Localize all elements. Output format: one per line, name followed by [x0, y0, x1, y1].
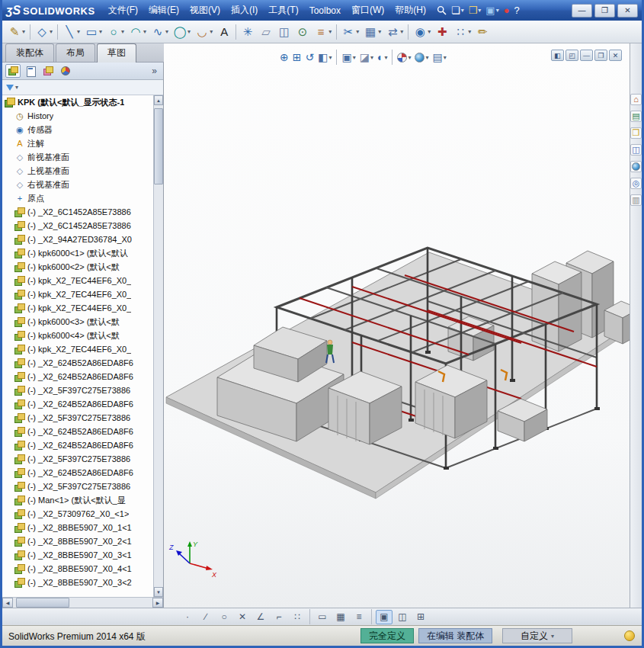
- menu-toolbox[interactable]: Toolbox: [304, 0, 346, 21]
- hscrollbar-thumb[interactable]: [16, 598, 69, 608]
- doc-close-button[interactable]: ✕: [609, 50, 622, 61]
- tree-item-right-plane[interactable]: ◇ 右视基准面: [2, 178, 153, 191]
- menu-edit[interactable]: 编辑(E): [143, 0, 184, 21]
- save-icon[interactable]: ▣: [483, 3, 501, 18]
- close-button[interactable]: ✕: [617, 4, 638, 18]
- search-icon[interactable]: [434, 3, 449, 18]
- sketch-icon[interactable]: ✎: [5, 22, 27, 42]
- configurationmanager-tab[interactable]: [40, 64, 56, 78]
- tree-item-man[interactable]: (-) Man<1> (默认<默认_显: [2, 493, 153, 507]
- hide-show-items-icon[interactable]: ◐: [376, 50, 389, 65]
- tree-item-origin[interactable]: + 原点: [2, 191, 153, 205]
- snap-parallel-icon[interactable]: ⌐: [271, 610, 287, 624]
- quick-tip-icon[interactable]: [624, 630, 635, 641]
- view-four-icon[interactable]: ⊞: [412, 610, 429, 624]
- propertymanager-tab[interactable]: [23, 64, 38, 78]
- design-library-icon[interactable]: ▤: [630, 111, 642, 122]
- quick-snaps-icon[interactable]: ∷: [451, 22, 473, 42]
- tree-item-history[interactable]: ◷ History: [2, 109, 153, 123]
- tree-item[interactable]: (-) _X2_8BBE5907_X0_3<2: [2, 576, 153, 589]
- line-icon[interactable]: ╲: [60, 22, 82, 42]
- circle-icon[interactable]: ○: [104, 22, 127, 42]
- tree-item[interactable]: (-) kpk6000<4> (默认<默: [2, 329, 153, 342]
- menu-help[interactable]: 帮助(H): [389, 0, 431, 21]
- tree-item[interactable]: (-) _X2_624B52A86EDA8F6: [2, 356, 153, 370]
- tree-item[interactable]: (-) _X2_624B52A86EDA8F6: [2, 370, 153, 383]
- apply-scene-icon[interactable]: [413, 50, 430, 65]
- filter-input[interactable]: [20, 82, 159, 93]
- snap-intersection-icon[interactable]: ✕: [234, 610, 251, 624]
- appearances-icon[interactable]: [630, 161, 642, 172]
- custom-properties-icon[interactable]: ◎: [630, 178, 642, 189]
- rebuild-icon[interactable]: ●: [501, 3, 512, 18]
- rectangle-icon[interactable]: ▭: [82, 22, 104, 42]
- fillet-icon[interactable]: ◡: [193, 22, 215, 42]
- view-two-icon[interactable]: ◫: [394, 610, 411, 624]
- doc-restore-button[interactable]: ❐: [594, 50, 607, 61]
- tree-item[interactable]: (-) _X2_5F397C275E73886: [2, 452, 153, 466]
- repair-sketch-icon[interactable]: ✚: [433, 22, 451, 42]
- pane-split-top-icon[interactable]: ◰: [566, 50, 578, 61]
- sketch-grid-icon[interactable]: ▭: [314, 610, 331, 624]
- filter-icon[interactable]: ▾: [6, 84, 18, 91]
- tree-item[interactable]: (-) _X2_5F397C275E73886: [2, 411, 153, 425]
- smart-dimension-icon[interactable]: ◇: [33, 22, 55, 42]
- scroll-left-button[interactable]: ◀: [2, 598, 13, 608]
- zoom-area-icon[interactable]: ⊞: [291, 50, 303, 65]
- tree-item[interactable]: (-) _X2_8BBE5907_X0_2<1: [2, 534, 153, 548]
- tree-item[interactable]: (-) _X2_5F397C275E73886: [2, 480, 153, 493]
- menu-view[interactable]: 视图(V): [184, 0, 226, 21]
- tree-vscrollbar[interactable]: ▲ ▼: [153, 95, 163, 597]
- scroll-down-button[interactable]: ▼: [154, 587, 163, 597]
- tree-item-top-plane[interactable]: ◇ 上视基准面: [2, 164, 153, 178]
- convert-entities-icon[interactable]: ⊙: [293, 22, 312, 42]
- resources-icon[interactable]: ⌂: [630, 94, 642, 105]
- new-document-icon[interactable]: ❏: [449, 3, 466, 18]
- tree-item[interactable]: (-) _X2_57309762_X0_<1>: [2, 507, 153, 521]
- displaymanager-tab[interactable]: [58, 64, 73, 78]
- view-single-icon[interactable]: ▣: [376, 610, 392, 624]
- tab-sketch[interactable]: 草图: [97, 43, 136, 63]
- spline-icon[interactable]: ∿: [149, 22, 171, 42]
- mirror-entities-icon[interactable]: ◫: [275, 22, 293, 42]
- tree-item[interactable]: (-) _X2_8BBE5907_X0_3<1: [2, 548, 153, 562]
- tree-item[interactable]: (-) _X2_624B52A86EDA8F6: [2, 425, 153, 438]
- snap-point-icon[interactable]: ·: [179, 610, 196, 624]
- tree-item[interactable]: (-) kpk_X2_7EC44EF6_X0_: [2, 274, 153, 287]
- tree-item[interactable]: (-) kpk_X2_7EC44EF6_X0_: [2, 287, 153, 301]
- tree-item[interactable]: (-) kpk_X2_7EC44EF6_X0_: [2, 342, 153, 356]
- document-recovery-icon[interactable]: ▥: [630, 194, 642, 206]
- section-view-icon[interactable]: ◧: [316, 50, 333, 65]
- snap-angle-icon[interactable]: ∠: [252, 610, 269, 624]
- text-icon[interactable]: A: [215, 22, 233, 42]
- panel-overflow-button[interactable]: »: [149, 66, 160, 76]
- offset-entities-icon[interactable]: ≡: [312, 22, 334, 42]
- graphics-area[interactable]: Y X Z ⊕⊞↺◧▣◪◐▤ ◧◰—❐✕: [164, 43, 630, 608]
- menu-window[interactable]: 窗口(W): [346, 0, 389, 21]
- tree-item[interactable]: (-) kpk6000<3> (默认<默: [2, 315, 153, 329]
- tree-item[interactable]: (-) _X2_94A27ED36784_X0: [2, 233, 153, 246]
- file-explorer-icon[interactable]: ❒: [630, 127, 642, 139]
- snap-settings-icon[interactable]: ≡: [351, 610, 367, 624]
- tab-layout[interactable]: 布局: [56, 43, 95, 62]
- point-icon[interactable]: ✳: [239, 22, 257, 42]
- scroll-up-button[interactable]: ▲: [154, 95, 163, 105]
- tree-item[interactable]: (-) _X2_624B52A86EDA8F6: [2, 397, 153, 411]
- tree-item-front-plane[interactable]: ◇ 前视基准面: [2, 150, 153, 164]
- tab-assembly[interactable]: 装配体: [5, 43, 54, 62]
- tree-item[interactable]: (-) kpk6000<2> (默认<默: [2, 260, 153, 274]
- scrollbar-thumb[interactable]: [154, 108, 163, 184]
- tree-item[interactable]: (-) _X2_624B52A86EDA8F6: [2, 466, 153, 480]
- rapid-sketch-icon[interactable]: ✏: [473, 22, 492, 42]
- tree-item[interactable]: (-) _X2_6C1452A85E73886: [2, 205, 153, 219]
- ellipse-icon[interactable]: ◯: [171, 22, 193, 42]
- scroll-right-button[interactable]: ▶: [152, 598, 163, 608]
- tree-item[interactable]: (-) _X2_5F397C275E73886: [2, 383, 153, 397]
- tree-item[interactable]: (-) kpk6000<1> (默认<默认: [2, 246, 153, 260]
- plane-icon[interactable]: ▱: [257, 22, 275, 42]
- display-style-icon[interactable]: ◪: [358, 50, 375, 65]
- snap-line-icon[interactable]: ∕: [197, 610, 214, 624]
- view-palette-icon[interactable]: ◫: [630, 144, 642, 156]
- tree-item[interactable]: (-) kpk_X2_7EC44EF6_X0_: [2, 301, 153, 315]
- tree-item[interactable]: (-) _X2_6C1452A85E73886: [2, 219, 153, 233]
